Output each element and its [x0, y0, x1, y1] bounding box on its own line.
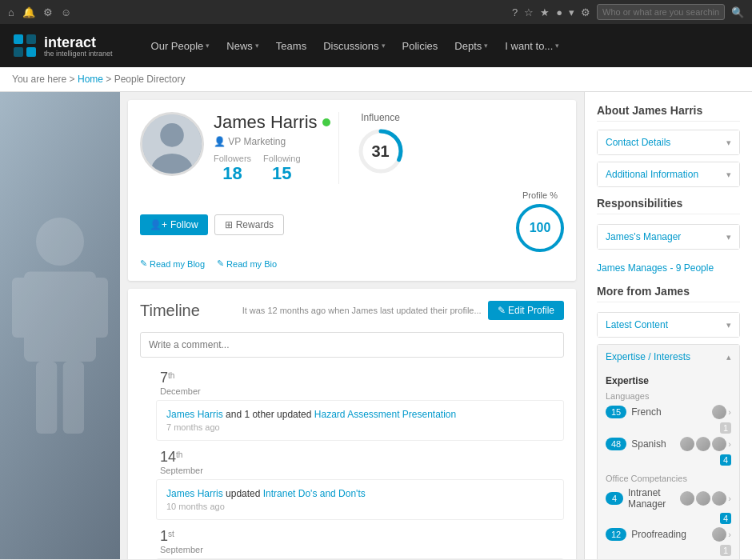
intranet-avatars: › — [680, 491, 731, 506]
expertise-accordion[interactable]: Expertise / Interests ▴ Expertise Langua… — [597, 344, 740, 559]
managers-header[interactable]: James's Manager ▾ — [598, 225, 739, 249]
additional-info-accordion[interactable]: Additional Information ▾ — [597, 162, 740, 187]
intranet-count-row: 4 — [606, 513, 731, 524]
timeline-content-link-1[interactable]: Hazard Assessment Presentation — [314, 409, 456, 420]
rewards-button[interactable]: ⊞ Rewards — [214, 214, 284, 235]
day-num-2: 14 — [160, 449, 176, 465]
comment-input[interactable] — [140, 332, 564, 358]
contact-details-label: Contact Details — [606, 137, 670, 148]
day-suffix-1: th — [168, 371, 174, 380]
contact-details-accordion[interactable]: Contact Details ▾ — [597, 130, 740, 155]
nav-news[interactable]: News ▾ — [220, 36, 266, 56]
proofreading-avatars: › — [712, 527, 731, 542]
responsibilities-title: Responsibilities — [597, 197, 740, 214]
expertise-french: 15 French › — [606, 405, 731, 419]
timeline-date-2: 14th September — [156, 449, 564, 475]
svg-rect-1 — [26, 34, 36, 44]
filled-star-icon[interactable]: ★ — [540, 6, 550, 18]
settings-icon[interactable]: ⚙ — [43, 6, 53, 18]
search-input[interactable] — [597, 4, 725, 20]
timeline-user-link-1[interactable]: James Harris — [166, 409, 223, 420]
help-icon[interactable]: ? — [512, 6, 518, 18]
timeline-text-1: and 1 other updated — [226, 409, 314, 420]
manages-link[interactable]: James Manages - 9 People — [597, 262, 714, 274]
timeline-event-1: James Harris and 1 other updated Hazard … — [166, 409, 554, 420]
nav-policies[interactable]: Policies — [396, 36, 445, 56]
expertise-header[interactable]: Expertise / Interests ▴ — [598, 345, 739, 369]
search-icon[interactable]: 🔍 — [731, 6, 744, 18]
edit-profile-button[interactable]: ✎ Edit Profile — [488, 301, 564, 320]
spanish-name: Spanish — [631, 438, 675, 450]
following-stat: Following 15 — [263, 154, 300, 184]
additional-info-label: Additional Information — [606, 169, 698, 180]
person-icon[interactable]: ☺ — [61, 6, 71, 18]
home-icon[interactable]: ⌂ — [8, 6, 14, 18]
nav-arrow-2: ▾ — [255, 42, 259, 50]
spanish-avatar-3 — [712, 437, 726, 451]
latest-content-header[interactable]: Latest Content ▾ — [598, 313, 739, 337]
right-sidebar: About James Harris Contact Details ▾ Add… — [584, 92, 752, 559]
breadcrumb-home[interactable]: Home — [78, 74, 103, 85]
avatar-svg — [142, 112, 202, 176]
followers-stat: Followers 18 — [214, 154, 251, 184]
online-indicator — [322, 118, 330, 126]
center-panel: James Harris 👤 VP Marketing Followers 18 — [120, 92, 584, 559]
day-suffix-2: th — [176, 450, 182, 459]
star-icon[interactable]: ☆ — [524, 6, 534, 18]
read-my-bio-link[interactable]: ✎ Read my Bio — [217, 258, 277, 269]
contact-details-header[interactable]: Contact Details ▾ — [598, 130, 739, 154]
profile-actions: 👤+ Follow ⊞ Rewards — [140, 214, 284, 235]
office-group: Office Competancies 4 Intranet Manager ›… — [606, 474, 731, 556]
nav-our-people[interactable]: Our People ▾ — [145, 36, 217, 56]
timeline-date-1: 7th December — [156, 370, 564, 396]
day-num-3: 1 — [160, 528, 168, 544]
proofreading-avatar-1 — [712, 527, 726, 542]
dropdown-arrow-icon[interactable]: ▾ — [569, 6, 574, 18]
avatar — [140, 112, 204, 176]
timeline-header: Timeline It was 12 months ago when James… — [140, 301, 564, 320]
profile-pct-label: Profile % — [516, 190, 564, 200]
additional-info-header[interactable]: Additional Information ▾ — [598, 162, 739, 186]
intranet-more[interactable]: › — [728, 494, 731, 503]
french-more[interactable]: › — [728, 407, 731, 417]
svg-rect-3 — [26, 47, 36, 57]
breadcrumb: You are here > Home > People Directory — [0, 67, 752, 92]
managers-accordion[interactable]: James's Manager ▾ — [597, 224, 740, 250]
spanish-more[interactable]: › — [728, 439, 731, 449]
proofreading-count: 1 — [720, 545, 731, 556]
follow-button[interactable]: 👤+ Follow — [140, 214, 208, 235]
expertise-intranet: 4 Intranet Manager › — [606, 487, 731, 510]
nav-discussions[interactable]: Discussions ▾ — [317, 36, 391, 56]
nav-arrow-4: ▾ — [484, 42, 488, 50]
nav-i-want-to[interactable]: I want to... ▾ — [498, 36, 566, 56]
read-my-blog-link[interactable]: ✎ Read my Blog — [140, 258, 205, 269]
main-nav: interact the intelligent intranet Our Pe… — [0, 24, 752, 67]
profile-pct-area: Profile % 100 — [516, 190, 564, 252]
gear-icon[interactable]: ⚙ — [581, 6, 590, 18]
timeline-date-3: 1st September — [156, 528, 564, 554]
contact-details-arrow: ▾ — [726, 138, 731, 148]
latest-content-accordion[interactable]: Latest Content ▾ — [597, 312, 740, 338]
intranet-badge: 4 — [606, 492, 623, 505]
manages-row: James Manages - 9 People — [597, 256, 740, 280]
bg-overlay — [0, 92, 120, 559]
top-bar-left-icons: ⌂ 🔔 ⚙ ☺ — [8, 6, 71, 18]
spanish-count-row: 4 — [606, 454, 731, 466]
top-bar: ⌂ 🔔 ⚙ ☺ ? ☆ ★ ● ▾ ⚙ 🔍 — [0, 0, 752, 24]
nav-depts[interactable]: Depts ▾ — [448, 36, 494, 56]
influence-value: 31 — [371, 142, 389, 161]
user-avatar-icon[interactable]: ● — [556, 6, 562, 18]
timeline-content-link-2[interactable]: Intranet Do's and Don'ts — [263, 488, 366, 499]
bell-icon[interactable]: 🔔 — [22, 6, 35, 18]
nav-teams[interactable]: Teams — [270, 36, 313, 56]
top-bar-right-icons: ? ☆ ★ ● ▾ ⚙ 🔍 — [512, 4, 744, 20]
svg-rect-5 — [24, 272, 96, 362]
svg-rect-0 — [14, 34, 23, 44]
proofreading-more[interactable]: › — [728, 530, 731, 539]
languages-title: Languages — [606, 391, 731, 401]
timeline-user-link-2[interactable]: James Harris — [166, 488, 223, 499]
profile-pct-value: 100 — [530, 221, 551, 235]
day-num-1: 7 — [160, 370, 168, 386]
timeline-item-3: James Harris added Christmas Party ⊙ Com… — [156, 558, 564, 559]
main-content: James Harris 👤 VP Marketing Followers 18 — [0, 92, 752, 559]
